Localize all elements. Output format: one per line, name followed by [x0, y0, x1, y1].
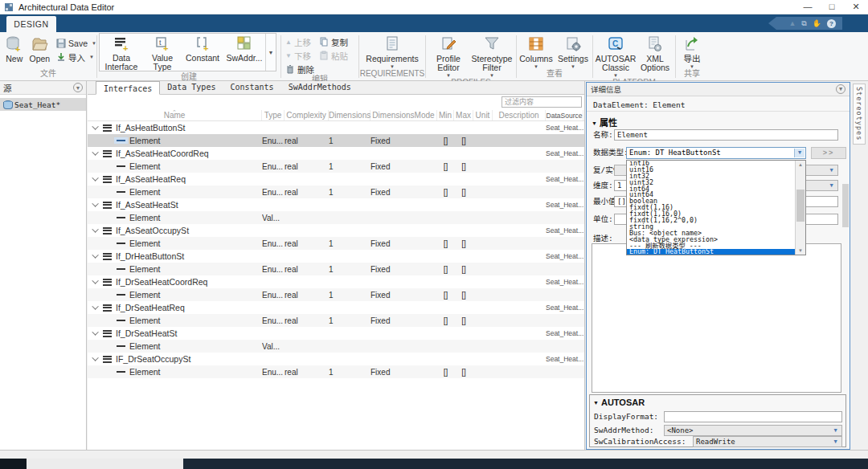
scroll-thumb[interactable]: [796, 190, 805, 222]
table-row[interactable]: If_AsSeatOccupyStSeat_Heat....: [88, 224, 584, 237]
table-row[interactable]: If_DrSeatHeatCoordReqSeat_Heat....: [88, 275, 584, 288]
table-row[interactable]: If_DrSeatHeatStSeat_Heat....: [88, 327, 584, 340]
chevron-down-icon[interactable]: [92, 174, 98, 181]
tab-design[interactable]: DESIGN: [6, 16, 56, 32]
chevron-down-icon[interactable]: [92, 123, 98, 129]
hand-icon[interactable]: ✋: [813, 19, 821, 27]
table-row[interactable]: ElementEnu...real1Fixed[][]: [88, 186, 584, 198]
chevron-down-icon[interactable]: ▼: [89, 55, 94, 59]
column-header[interactable]: Complexity: [285, 110, 329, 120]
chevron-down-icon[interactable]: [92, 303, 98, 309]
display-format-field[interactable]: [664, 411, 842, 422]
cell-type: Enu...: [262, 137, 285, 145]
minimize-button[interactable]: —: [796, 0, 820, 14]
paste-button[interactable]: 粘贴: [319, 50, 348, 61]
sw-calibration-access-combo[interactable]: ReadWrite▼: [693, 436, 842, 447]
source-item[interactable]: Seat_Heat*: [0, 98, 86, 111]
table-row[interactable]: If_AsHeatButtonStSeat_Heat....: [88, 121, 584, 134]
columns-button[interactable]: Columns ▼: [518, 35, 555, 69]
new-button[interactable]: + New: [2, 35, 27, 63]
column-header[interactable]: Min: [437, 110, 454, 120]
tab-constants[interactable]: Constants: [223, 80, 280, 94]
column-header[interactable]: DimensionsMode: [371, 110, 437, 120]
column-header[interactable]: Dimensions: [329, 110, 371, 120]
datatype-option[interactable]: uint16: [627, 167, 795, 173]
taskbar-start-area[interactable]: [0, 459, 27, 469]
tab-swaddrmethods[interactable]: SwAddrMethods: [281, 80, 358, 94]
autosar-classic-button[interactable]: C AUTOSAR Classic ▼: [595, 35, 637, 78]
maximize-button[interactable]: □: [820, 0, 844, 14]
filter-input[interactable]: [502, 96, 582, 108]
xml-options-button[interactable]: XML Options: [637, 35, 674, 72]
requirements-button[interactable]: Requirements ▼: [360, 35, 424, 69]
gallery-more-button[interactable]: ▼: [265, 34, 276, 71]
table-row[interactable]: ElementEnu...real1Fixed[][]: [88, 365, 584, 378]
import-button[interactable]: 导入▼: [56, 51, 96, 63]
move-down-button[interactable]: ▼下移: [285, 50, 314, 61]
table-row[interactable]: ElementEnu...real1Fixed[][]: [88, 134, 584, 147]
chevron-down-icon[interactable]: [92, 277, 98, 283]
close-button[interactable]: ✕: [844, 0, 868, 14]
profile-editor-button[interactable]: Profile Editor ▼: [428, 35, 469, 78]
value-type-button[interactable]: t+ Value Type: [143, 34, 182, 71]
constant-button[interactable]: + Constant: [182, 34, 223, 63]
chevron-down-icon[interactable]: [92, 200, 98, 206]
scroll-down-icon[interactable]: ▼: [796, 247, 805, 255]
stereotype-filter-button[interactable]: Stereotype Filter ▼: [469, 35, 514, 78]
datatype-more-button[interactable]: >>: [811, 147, 846, 159]
column-header[interactable]: ⌃Name: [88, 110, 262, 120]
tab-interfaces[interactable]: Interfaces: [96, 81, 160, 95]
description-field[interactable]: [592, 243, 841, 393]
delete-button[interactable]: 删除: [285, 63, 314, 75]
collapse-panel-button[interactable]: ▼: [73, 83, 83, 92]
datatype-option[interactable]: uint32: [627, 180, 795, 186]
table-row[interactable]: If_DrHeatButtonStSeat_Heat....: [88, 250, 584, 263]
section-autosar[interactable]: ▼AUTOSAR: [593, 398, 645, 407]
stereotypes-tab[interactable]: Stereotypes: [853, 84, 866, 145]
column-header[interactable]: Type: [262, 110, 285, 120]
chevron-down-icon[interactable]: [92, 328, 98, 335]
datatype-combo[interactable]: Enum: DT HeatButtonSt ▼: [626, 147, 806, 159]
chevron-down-icon[interactable]: [92, 226, 98, 232]
export-button[interactable]: 导出 ▼: [678, 35, 706, 69]
save-button[interactable]: Save▼: [56, 38, 96, 49]
table-row[interactable]: ElementEnu...real1Fixed[][]: [88, 237, 584, 250]
section-properties[interactable]: ▼属性: [592, 116, 617, 128]
column-header[interactable]: Max: [454, 110, 473, 120]
table-row[interactable]: If_DrSeatHeatReqSeat_Heat....: [88, 301, 584, 314]
table-row[interactable]: ElementEnu...real1Fixed[][]: [88, 160, 584, 173]
chevron-down-icon[interactable]: [92, 251, 98, 258]
name-field[interactable]: [614, 129, 838, 141]
tab-data-types[interactable]: Data Types: [160, 80, 223, 94]
swaddr-button[interactable]: SwAddr...: [223, 34, 265, 63]
copy-button[interactable]: 复制: [319, 36, 348, 47]
table-row[interactable]: If_AsSeatHeatStSeat_Heat....: [88, 198, 584, 211]
table-row[interactable]: ElementVal...: [88, 340, 584, 353]
sw-addr-method-combo[interactable]: <None>▼: [664, 425, 842, 436]
details-scrollbar-thumb[interactable]: [842, 184, 849, 227]
table-row[interactable]: IF_DrSeatOccupyStSeat_Heat....: [88, 353, 584, 365]
up-arrow-icon[interactable]: ▲: [788, 19, 796, 27]
chevron-down-icon[interactable]: [92, 354, 98, 361]
copy-pages-icon[interactable]: ⧉: [801, 19, 806, 27]
table-row[interactable]: ElementEnu...real1Fixed[][]: [88, 288, 584, 301]
data-interface-button[interactable]: + Data Interface: [100, 34, 143, 71]
column-header[interactable]: Description: [493, 110, 546, 120]
table-row[interactable]: ElementVal...: [88, 211, 584, 224]
move-up-button[interactable]: ▲上移: [285, 36, 314, 47]
collapse-details-button[interactable]: ▼: [836, 84, 845, 94]
table-row[interactable]: If_AsSeatHeatCoordReqSeat_Heat....: [88, 147, 584, 160]
scroll-up-icon[interactable]: ▲: [796, 161, 805, 169]
chevron-down-icon[interactable]: [92, 149, 98, 155]
datatype-option[interactable]: Enum: DT HeatButtonSt: [627, 249, 795, 255]
taskbar-search-area[interactable]: [27, 459, 183, 469]
help-icon[interactable]: ?: [827, 19, 836, 28]
settings-button[interactable]: Settings ▼: [555, 35, 592, 69]
table-row[interactable]: If_AsSeatHeatReqSeat_Heat....: [88, 173, 584, 186]
table-row[interactable]: ElementEnu...real1Fixed[][]: [88, 263, 584, 275]
table-row[interactable]: ElementEnu...real1Fixed[][]: [88, 314, 584, 327]
open-button[interactable]: Open: [27, 35, 54, 63]
dropdown-scrollbar[interactable]: ▲ ▼: [795, 161, 805, 255]
column-header[interactable]: Unit: [473, 110, 493, 120]
column-header[interactable]: DataSource: [546, 110, 583, 120]
